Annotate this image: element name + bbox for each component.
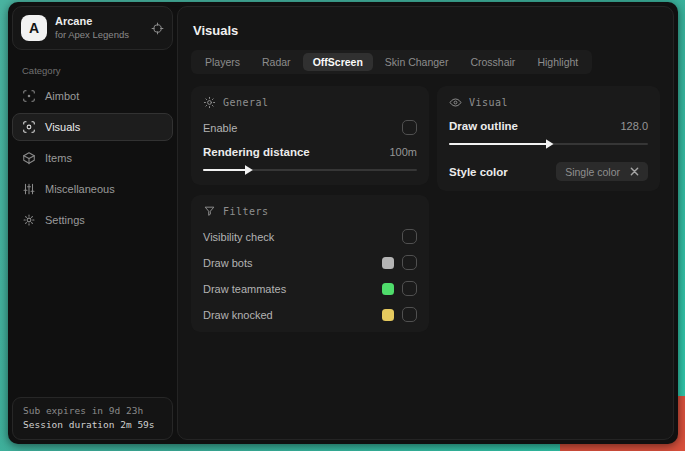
brand-subtitle: for Apex Legends [55,29,143,41]
sub-expires-text: Sub expires in 9d 23h [23,404,162,419]
sidebar-item-label: Settings [45,214,85,226]
draw-bots-controls [382,255,417,270]
rendering-distance-slider[interactable] [203,165,417,175]
style-color-selected-value: Single color [565,166,620,178]
brand-text: Arcane for Apex Legends [55,15,143,41]
brand-title: Arcane [55,15,143,29]
subscription-card: Sub expires in 9d 23h Session duration 2… [12,397,173,440]
draw-outline-label: Draw outline [449,120,518,132]
sidebar-item-label: Miscellaneous [45,183,115,195]
tab-radar[interactable]: Radar [252,53,301,71]
general-panel-header: General [203,96,417,109]
tab-bar: Players Radar OffScreen Skin Changer Cro… [191,50,592,74]
draw-teammates-checkbox[interactable] [402,281,417,296]
tab-highlight[interactable]: Highlight [527,53,588,71]
draw-knocked-controls [382,307,417,322]
category-label: Category [22,65,173,76]
visibility-check-checkbox[interactable] [402,229,417,244]
sidebar-item-settings[interactable]: Settings [12,206,173,234]
app-logo: A [21,15,47,41]
draw-bots-checkbox[interactable] [402,255,417,270]
sun-icon [203,96,216,109]
tab-crosshair[interactable]: Crosshair [460,53,525,71]
filters-panel-header: Filters [203,205,417,218]
scan-eye-icon [22,120,36,134]
tab-offscreen[interactable]: OffScreen [303,53,373,71]
gear-icon [22,213,36,227]
content-column-right: Visual Draw outline 128.0 Style color [437,86,660,191]
funnel-icon [203,205,216,218]
sidebar-spacer [12,234,173,397]
tab-players[interactable]: Players [195,53,250,71]
sidebar-item-label: Visuals [45,121,80,133]
session-duration-text: Session duration 2m 59s [23,418,162,433]
visibility-check-label: Visibility check [203,231,274,243]
draw-teammates-label: Draw teammates [203,283,286,295]
rendering-distance-value: 100m [389,146,417,158]
slider-thumb[interactable] [245,165,253,175]
draw-knocked-label: Draw knocked [203,309,273,321]
sidebar-item-label: Aimbot [45,90,79,102]
general-panel-title: General [223,97,269,108]
enable-checkbox[interactable] [402,120,417,135]
app-window: A Arcane for Apex Legends Category Aimbo… [8,2,678,444]
visibility-check-row: Visibility check [203,229,417,244]
enable-row: Enable [203,120,417,135]
draw-outline-value: 128.0 [620,120,648,132]
slider-fill [449,143,547,145]
sidebar-item-label: Items [45,152,72,164]
clear-icon[interactable] [630,167,639,176]
draw-bots-color-swatch[interactable] [382,257,394,269]
draw-knocked-color-swatch[interactable] [382,309,394,321]
slider-thumb[interactable] [546,139,554,149]
sidebar-item-miscellaneous[interactable]: Miscellaneous [12,175,173,203]
brand-card: A Arcane for Apex Legends [12,6,173,50]
style-color-row: Style color Single color [449,162,648,181]
visual-panel-header: Visual [449,96,648,109]
page-title: Visuals [193,23,660,38]
draw-teammates-row: Draw teammates [203,281,417,296]
visual-panel: Visual Draw outline 128.0 Style color [437,86,660,191]
sidebar: A Arcane for Apex Legends Category Aimbo… [8,2,177,444]
slider-fill [203,169,246,171]
draw-outline-row: Draw outline 128.0 [449,120,648,132]
draw-outline-slider[interactable] [449,139,648,149]
draw-bots-label: Draw bots [203,257,253,269]
filters-panel-title: Filters [223,206,269,217]
content-column-left: General Enable Rendering distance 100m [191,86,429,332]
sidebar-item-visuals[interactable]: Visuals [12,113,173,141]
crosshair-scan-icon [22,89,36,103]
target-icon[interactable] [151,22,164,35]
eye-icon [449,96,462,109]
rendering-distance-label: Rendering distance [203,146,310,158]
style-color-label: Style color [449,166,508,178]
filters-panel: Filters Visibility check Draw bots [191,195,429,332]
tab-skin-changer[interactable]: Skin Changer [375,53,459,71]
rendering-distance-row: Rendering distance 100m [203,146,417,158]
box-icon [22,151,36,165]
draw-bots-row: Draw bots [203,255,417,270]
sidebar-item-aimbot[interactable]: Aimbot [12,82,173,110]
draw-teammates-color-swatch[interactable] [382,283,394,295]
draw-knocked-row: Draw knocked [203,307,417,322]
main-panel: Visuals Players Radar OffScreen Skin Cha… [177,6,674,440]
content-area: General Enable Rendering distance 100m [191,86,660,332]
style-color-select[interactable]: Single color [556,162,648,181]
draw-knocked-checkbox[interactable] [402,307,417,322]
visual-panel-title: Visual [469,97,508,108]
sidebar-nav: Aimbot Visuals Items [12,82,173,234]
draw-teammates-controls [382,281,417,296]
general-panel: General Enable Rendering distance 100m [191,86,429,185]
sliders-icon [22,182,36,196]
enable-label: Enable [203,122,237,134]
sidebar-item-items[interactable]: Items [12,144,173,172]
